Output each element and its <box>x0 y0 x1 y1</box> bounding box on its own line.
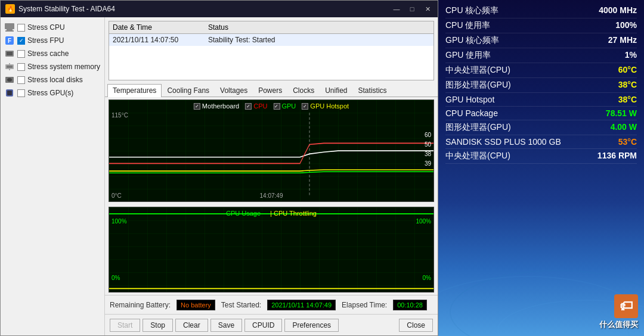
temp-chart-legend: ✓ Motherboard ✓ CPU ✓ GPU ✓ <box>194 102 349 110</box>
stress-icon-stress-memory <box>4 61 15 72</box>
stat-row: GPU 使用率1% <box>445 48 637 63</box>
checkbox-stress-memory[interactable] <box>17 63 25 71</box>
temp-val-38: 38 <box>425 150 431 159</box>
watermark-logo: 🏷 <box>614 294 638 318</box>
svg-rect-10 <box>9 69 10 70</box>
save-button[interactable]: Save <box>210 319 242 332</box>
svg-rect-9 <box>9 63 10 64</box>
stat-value: 53°C <box>618 137 637 147</box>
temp-val-60: 60 <box>425 130 431 140</box>
stat-label: CPU Package <box>445 108 498 118</box>
temp-chart: ✓ Motherboard ✓ CPU ✓ GPU ✓ <box>109 99 434 202</box>
stat-value: 27 MHz <box>608 35 637 45</box>
stat-value: 78.51 W <box>606 108 637 118</box>
stat-row: GPU 核心频率27 MHz <box>445 33 637 48</box>
checkbox-stress-cpu[interactable] <box>17 24 25 32</box>
stress-sidebar: Stress CPUF✓Stress FPUStress cacheStress… <box>1 17 105 335</box>
tab-statistics[interactable]: Statistics <box>353 84 392 97</box>
tabs-bar: TemperaturesCooling FansVoltagesPowersCl… <box>105 84 438 97</box>
tab-voltages[interactable]: Voltages <box>215 84 253 97</box>
clear-button[interactable]: Clear <box>175 319 208 332</box>
stat-row: CPU Package78.51 W <box>445 107 637 120</box>
status-bar: Remaining Battery: No battery Test Start… <box>105 295 438 314</box>
close-button[interactable]: Close <box>399 319 433 332</box>
window-controls: — □ ✕ <box>391 4 433 14</box>
stress-item-stress-cache: Stress cache <box>3 47 102 60</box>
svg-text:F: F <box>8 38 11 44</box>
stat-value: 4000 MHz <box>599 5 637 15</box>
elapsed-value: 00:10:28 <box>393 300 427 310</box>
temp-chart-svg <box>109 100 434 201</box>
window-close-button[interactable]: ✕ <box>422 4 433 14</box>
main-content: Stress CPUF✓Stress FPUStress cacheStress… <box>1 17 438 335</box>
watermark: 🏷 什么值得买 <box>599 294 638 330</box>
stat-row: GPU Hotspot38°C <box>445 93 637 107</box>
stat-label: CPU 使用率 <box>445 20 490 31</box>
tab-clocks[interactable]: Clocks <box>287 84 320 97</box>
tab-powers[interactable]: Powers <box>253 84 287 97</box>
stats-content: CPU 核心频率4000 MHzCPU 使用率100%GPU 核心频率27 MH… <box>438 0 644 167</box>
stress-label-stress-cpu: Stress CPU <box>27 23 65 32</box>
right-content: Date & Time Status 2021/10/11 14:07:50 S… <box>105 17 438 335</box>
cpuid-button[interactable]: CPUID <box>244 319 282 332</box>
log-row: 2021/10/11 14:07:50 Stability Test: Star… <box>109 34 434 46</box>
stat-label: SANDISK SSD PLUS 1000 GB <box>445 137 561 147</box>
svg-rect-14 <box>7 91 12 95</box>
app-panel: 🔥 System Stability Test - AIDA64 — □ ✕ S… <box>0 0 438 336</box>
tab-unified[interactable]: Unified <box>320 84 352 97</box>
cpu-pct-bottom-right: 0% <box>423 275 431 281</box>
checkbox-stress-fpu[interactable]: ✓ <box>17 37 25 45</box>
test-started-label: Test Started: <box>221 301 261 309</box>
stress-item-stress-disks: Stress local disks <box>3 73 102 86</box>
charts-area: ✓ Motherboard ✓ CPU ✓ GPU ✓ <box>105 97 438 295</box>
preferences-button[interactable]: Preferences <box>284 319 339 332</box>
temp-val-50: 50 <box>425 140 431 150</box>
log-header-datetime: Date & Time <box>113 23 208 32</box>
cpu-chart-svg <box>109 207 434 292</box>
checkbox-stress-gpu[interactable] <box>17 89 25 97</box>
cpu-pct-bottom-left: 0% <box>112 275 120 281</box>
stat-row: 中央处理器(CPU)1136 RPM <box>445 149 637 164</box>
cpu-pct-top-left: 100% <box>112 218 127 225</box>
stress-item-stress-gpu: Stress GPU(s) <box>3 86 102 99</box>
test-started-value: 2021/10/11 14:07:49 <box>267 300 336 310</box>
tab-cooling-fans[interactable]: Cooling Fans <box>162 84 215 97</box>
maximize-button[interactable]: □ <box>407 4 417 14</box>
battery-value: No battery <box>177 300 215 310</box>
checkbox-stress-cache[interactable] <box>17 50 25 58</box>
stress-icon-stress-fpu: F <box>4 35 15 46</box>
svg-rect-8 <box>7 66 13 68</box>
stress-icon-stress-cpu <box>4 22 15 33</box>
stat-row: 图形处理器(GPU)4.00 W <box>445 120 637 135</box>
tab-temperatures[interactable]: Temperatures <box>107 84 162 97</box>
stress-item-stress-cpu: Stress CPU <box>3 21 102 34</box>
legend-gpu-hotspot: ✓ GPU Hotspot <box>302 102 349 110</box>
stat-value: 4.00 W <box>611 122 637 132</box>
stop-button[interactable]: Stop <box>143 319 173 332</box>
stress-label-stress-cache: Stress cache <box>27 49 69 58</box>
temp-y-max: 115°C <box>112 112 128 119</box>
cpu-chart: CPU Usage | CPU Throttling <box>109 207 434 293</box>
start-button[interactable]: Start <box>110 319 140 332</box>
battery-label: Remaining Battery: <box>110 301 171 309</box>
cpu-chart-legend: CPU Usage | CPU Throttling <box>226 210 317 217</box>
stress-label-stress-disks: Stress local disks <box>27 76 83 84</box>
stat-label: 图形处理器(GPU) <box>445 80 511 91</box>
stat-value: 1136 RPM <box>597 151 637 160</box>
minimize-button[interactable]: — <box>391 4 402 14</box>
log-header: Date & Time Status <box>109 21 434 34</box>
legend-motherboard: ✓ Motherboard <box>194 102 239 110</box>
title-text: System Stability Test - AIDA64 <box>18 5 391 13</box>
checkbox-stress-disks[interactable] <box>17 76 25 84</box>
cpu-throttling-label: | CPU Throttling <box>270 210 317 217</box>
log-header-status: Status <box>208 23 430 32</box>
stress-label-stress-fpu: Stress FPU <box>27 36 64 45</box>
stat-row: CPU 核心频率4000 MHz <box>445 4 637 18</box>
stress-item-stress-fpu: F✓Stress FPU <box>3 34 102 47</box>
stat-value: 1% <box>625 50 637 60</box>
cpu-pct-top-right: 100% <box>416 218 431 225</box>
elapsed-label: Elapsed Time: <box>342 301 387 309</box>
legend-gpu: ✓ GPU <box>273 102 296 110</box>
svg-rect-1 <box>7 29 13 30</box>
title-bar: 🔥 System Stability Test - AIDA64 — □ ✕ <box>1 1 438 17</box>
